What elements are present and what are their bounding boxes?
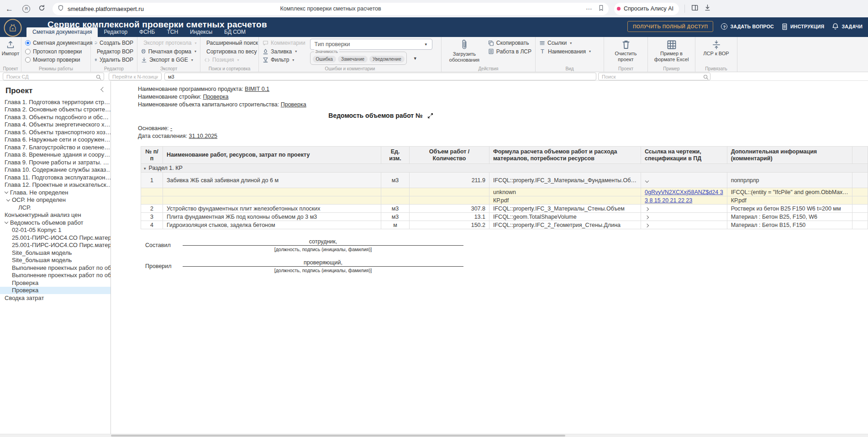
filter-text-input[interactable] [164,73,596,80]
pill-error[interactable]: Ошибка [313,56,336,63]
full-access-button[interactable]: ПОЛУЧИТЬ ПОЛНЫЙ ДОСТУП [627,21,714,32]
chevron-down-icon[interactable]: ▼ [413,56,417,61]
copy-button[interactable]: Скопировать [488,39,531,47]
tab-fsnb[interactable]: ФСНБ [133,27,161,37]
back-icon[interactable]: ← [5,5,13,13]
advanced-search-button[interactable]: Расширенный поиск [204,39,255,47]
print-form-button[interactable]: Печатная форма▾ [141,47,196,56]
search-icon[interactable] [703,74,709,82]
import-button[interactable]: Импорт [4,39,17,57]
excel-example-button[interactable]: Пример в формате Excel [652,39,691,63]
tree-item[interactable]: Конъюнктурный анализ цен [0,211,110,219]
tree-item[interactable]: Глава 12. Проектные и изыскательск… [0,181,110,189]
tree-item[interactable]: Глава 9. Прочие работы и затраты. … [0,158,110,166]
basis-link[interactable]: - [170,125,172,132]
tree-item[interactable]: Сводка затрат [0,294,110,302]
checked-by-value[interactable]: проверяющий, [183,259,463,267]
tree-item[interactable]: 02-01-05 Корпус 1 [0,226,110,234]
expand-links-cell[interactable] [641,213,727,221]
clear-project-button[interactable]: Очистить проект [608,39,644,63]
tree-item[interactable]: Глава 10. Содержание службы заказ… [0,166,110,174]
mode-monitor-proverki[interactable]: Монитор проверки [25,56,87,64]
upload-justifications-button[interactable]: Загрузить обоснования [445,39,484,66]
pill-remark[interactable]: Замечание [338,56,368,63]
ask-question-button[interactable]: ? ЗАДАТЬ ВОПРОС [721,23,774,30]
section-row[interactable]: ▾Раздел 1. КР [141,164,868,173]
table-subrow[interactable]: КР.pdf 3 8 15 20 21 22 23 КР.pdf [141,196,868,205]
tab-bd-som[interactable]: БД СОМ [218,27,252,37]
expand-links-cell[interactable] [641,221,727,229]
tree-item[interactable]: Глава 5. Объекты транспортного хоз… [0,128,110,136]
chevron-down-icon[interactable] [4,189,10,195]
tab-redaktor[interactable]: Редактор [98,27,133,37]
chevron-down-icon[interactable] [4,219,10,226]
tree-item[interactable]: 25.001-ПИРС-ИОС4.СО Пирс.материалы в… [0,242,110,249]
site-name-link[interactable]: Проверка [203,94,228,100]
search-icon[interactable] [96,74,101,82]
tree-item[interactable]: Глава 7. Благоустройство и озелене… [0,143,110,151]
object-name-link[interactable]: Проверка [281,101,306,108]
filter-button[interactable]: Фильтр▾ [263,56,305,64]
sort-by-weight-button[interactable]: Сортировка по весу [204,47,255,56]
sd-search-input[interactable] [3,73,104,80]
lsr-to-vor-button[interactable]: ЛСР к ВОР [699,39,733,57]
tab-smetnaya-dokumentaciya[interactable]: Сметная документация [26,27,98,37]
expand-links-cell[interactable] [641,173,727,188]
protect-shield-icon[interactable] [58,5,64,13]
more-options-icon[interactable]: ⋯ [586,5,593,12]
tree-item[interactable]: Ведомость объемов работ [0,219,110,226]
table-row[interactable]: 1 Забивка ЖБ свай забивная длиной до 6 м… [141,173,868,188]
tree-item[interactable]: Выполнение проектных работ по объект… [0,272,110,279]
export-gge-button[interactable]: Экспорт в GGE▾ [141,56,196,64]
tree-item[interactable]: Глава 3. Объекты подсобного и обс… [0,113,110,121]
editor-vor-button[interactable]: Редактор ВОР [95,47,133,56]
tree-item[interactable]: Глава 4. Объекты энергетического х… [0,121,110,129]
table-subrow[interactable]: unknown 0gRvyVN2XCXxj58ANZ$d24 3 IFCQL::… [141,188,868,196]
tree-item[interactable]: Проверка [0,279,110,287]
names-button[interactable]: T Наименования▾ [539,47,600,56]
horizontal-scrollbar[interactable] [0,434,868,437]
tab-tsn[interactable]: ТСН [161,27,184,37]
ask-alice-button[interactable]: Спросить Алису AI [614,3,679,15]
drawing-link[interactable]: 0gRvyVN2XCXxj58ANZ$d24 3 [645,189,723,195]
sheet-links[interactable]: 3 8 15 20 21 22 23 [645,197,692,204]
tree-item[interactable]: ЛСР. [0,204,110,211]
goto-position-input[interactable] [109,73,162,80]
tree-item[interactable]: Глава 11. Подготовка эксплуатацион… [0,174,110,181]
mode-smetnaya-dokumentaciya[interactable]: Сметная документация [25,39,87,47]
links-button[interactable]: Ссылки▾ [539,39,600,47]
downloads-icon[interactable] [704,4,711,13]
tree-item[interactable]: Глава 6. Наружные сети и сооружен… [0,136,110,144]
pill-notice[interactable]: Уведомление [369,56,405,63]
tree-item[interactable]: 25.001-ПИРС-ИОС4.СО Пирс.материалы в… [0,234,110,242]
work-in-lsr-button[interactable]: Работа в ЛСР [488,47,531,56]
tree-item[interactable]: Site_большая модель [0,257,110,264]
tree-item[interactable]: Глава. Не определен [0,189,110,196]
side-panel-icon[interactable] [691,4,698,13]
scrollbar-thumb[interactable] [111,435,565,437]
tree-item[interactable]: ОСР. Не определен [0,196,110,204]
tree-item[interactable]: Site_большая модель [0,249,110,257]
tree-item[interactable]: Глава 8. Временные здания и соору… [0,151,110,159]
tasks-button[interactable]: ЗАДАЧИ [832,23,863,30]
yandex-icon[interactable]: Я [22,5,30,13]
right-search-input[interactable] [598,73,710,80]
address-bar[interactable]: smetafree.platformaexpert.ru Комплекс пр… [53,3,609,15]
tab-indeksy[interactable]: Индексы [184,27,218,37]
create-vor-button[interactable]: Создать ВОР [95,39,133,47]
expand-links-cell[interactable] [641,205,727,213]
table-row[interactable]: 4 Гидроизоляция стыков, заделка бетоном … [141,221,868,229]
fill-button[interactable]: Заливка▾ [263,47,305,56]
chevron-down-icon[interactable] [5,197,12,203]
bookmark-icon[interactable] [598,5,604,13]
date-link[interactable]: 31.10.2025 [189,133,218,139]
tree-item[interactable]: Выполнение проектных работ по объект… [0,264,110,272]
check-type-select[interactable]: Тип проверки ▼ [310,39,432,50]
expand-icon[interactable] [427,113,433,119]
table-row[interactable]: 3 Плита фундаментная ЖБ под колонны объе… [141,213,868,221]
tree-item[interactable]: Проверка [0,287,110,295]
tree-item[interactable]: Глава 2. Основные объекты строите… [0,106,110,114]
product-name-link[interactable]: BIMIT 0.1 [245,86,269,92]
table-row[interactable]: 2 Устройство фундаментных плит железобет… [141,205,868,213]
instruction-button[interactable]: ИНСТРУКЦИЯ [782,23,824,30]
